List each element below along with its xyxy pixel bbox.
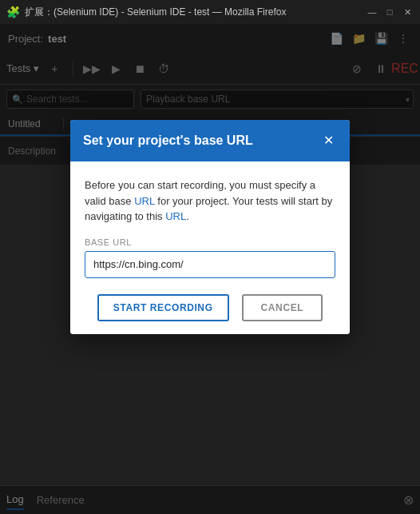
modal-description: Before you can start recording, you must… — [85, 177, 335, 225]
url-highlight: URL — [134, 195, 155, 207]
minimize-button[interactable]: — — [366, 6, 378, 18]
modal-title: Set your project's base URL — [83, 133, 253, 148]
base-url-label: BASE URL — [85, 237, 335, 247]
modal-dialog: Set your project's base URL ✕ Before you… — [70, 120, 350, 334]
modal-actions: START RECORDING CANCEL — [85, 294, 335, 321]
browser-icon: 🧩 — [6, 6, 20, 18]
window-title: 扩展：(Selenium IDE) - Selenium IDE - test … — [25, 6, 361, 19]
cancel-button[interactable]: CANCEL — [242, 294, 323, 321]
base-url-input[interactable] — [85, 251, 335, 278]
modal-body: Before you can start recording, you must… — [70, 161, 350, 334]
title-bar: 🧩 扩展：(Selenium IDE) - Selenium IDE - tes… — [0, 0, 420, 24]
url-highlight2: URL — [165, 210, 186, 222]
app-area: Project: test 📄 📁 💾 ⋮ Tests ▾ + ▶▶ ▶ ⏹ ⏱… — [0, 24, 420, 514]
maximize-button[interactable]: □ — [383, 6, 396, 18]
modal-close-button[interactable]: ✕ — [320, 133, 337, 149]
modal-header: Set your project's base URL ✕ — [70, 120, 350, 161]
start-recording-button[interactable]: START RECORDING — [97, 294, 229, 321]
window-controls: — □ ✕ — [366, 6, 414, 18]
close-button[interactable]: ✕ — [401, 6, 414, 18]
